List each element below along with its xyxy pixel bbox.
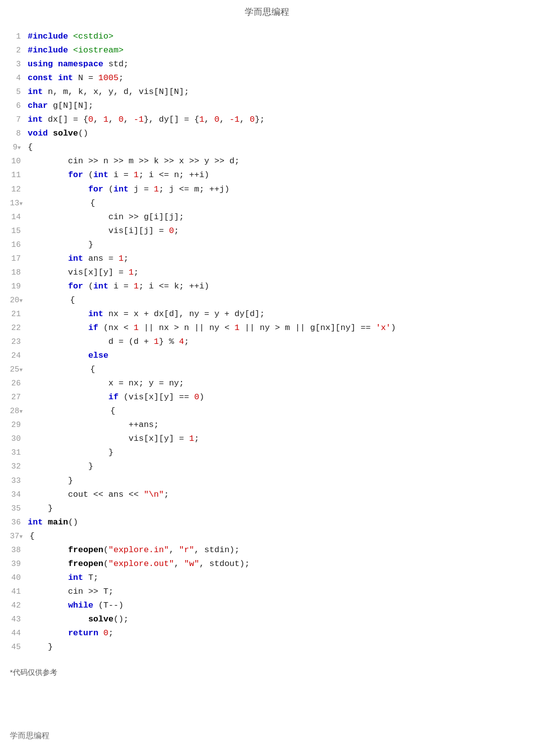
- line-content: vis[x][y] = 1;: [28, 266, 519, 280]
- line-content: #include <cstdio>: [28, 30, 519, 44]
- line-content: while (T--): [28, 599, 519, 613]
- line-content: #include <iostream>: [28, 44, 519, 57]
- line-content: {: [30, 196, 519, 210]
- code-line: 44 return 0;: [10, 626, 519, 640]
- code-line: 7int dx[] = {0, 1, 0, -1}, dy[] = {1, 0,…: [10, 113, 519, 127]
- line-content: char g[N][N];: [28, 99, 519, 113]
- line-number: 44: [10, 626, 28, 640]
- line-number: 18: [10, 266, 28, 279]
- line-content: for (int i = 1; i <= k; ++i): [28, 280, 519, 293]
- footer-note: *代码仅供参考: [0, 664, 534, 681]
- code-line: 12 for (int j = 1; j <= m; ++j): [10, 183, 519, 196]
- code-line: 4const int N = 1005;: [10, 71, 519, 85]
- line-number: 20▼: [10, 293, 30, 307]
- line-content: freopen("explore.out", "w", stdout);: [28, 557, 519, 571]
- line-content: cin >> n >> m >> k >> x >> y >> d;: [28, 154, 519, 168]
- code-line: 34 cout << ans << "\n";: [10, 488, 519, 502]
- line-content: }: [28, 238, 519, 252]
- line-content: if (nx < 1 || nx > n || ny < 1 || ny > m…: [28, 321, 519, 335]
- code-line: 32 }: [10, 460, 519, 473]
- line-content: cout << ans << "\n";: [28, 488, 519, 502]
- line-number: 1: [10, 30, 28, 43]
- code-line: 17 int ans = 1;: [10, 252, 519, 266]
- code-line: 19 for (int i = 1; i <= k; ++i): [10, 280, 519, 293]
- page-footer-brand: 学而思编程: [10, 731, 49, 741]
- code-line: 1#include <cstdio>: [10, 30, 519, 44]
- line-number: 12: [10, 183, 28, 196]
- line-content: {: [30, 293, 519, 307]
- code-line: 22 if (nx < 1 || nx > n || ny < 1 || ny …: [10, 321, 519, 335]
- line-content: int dx[] = {0, 1, 0, -1}, dy[] = {1, 0, …: [28, 113, 519, 127]
- code-line: 43 solve();: [10, 613, 519, 626]
- line-number: 24: [10, 349, 28, 362]
- code-line: 16 }: [10, 238, 519, 252]
- line-number: 13▼: [10, 196, 30, 210]
- line-content: }: [28, 460, 519, 473]
- code-line: 20▼ {: [10, 293, 519, 307]
- code-line: 5int n, m, k, x, y, d, vis[N][N];: [10, 85, 519, 99]
- line-content: if (vis[x][y] == 0): [28, 390, 519, 404]
- code-line: 36int main(): [10, 516, 519, 529]
- line-number: 7: [10, 113, 28, 126]
- code-line: 39 freopen("explore.out", "w", stdout);: [10, 557, 519, 571]
- line-number: 21: [10, 307, 28, 321]
- line-number: 15: [10, 224, 28, 237]
- line-content: for (int j = 1; j <= m; ++j): [28, 183, 519, 196]
- code-line: 45 }: [10, 640, 519, 654]
- code-line: 2#include <iostream>: [10, 44, 519, 57]
- code-line: 40 int T;: [10, 571, 519, 585]
- line-number: 39: [10, 557, 28, 570]
- line-content: int T;: [28, 571, 519, 585]
- code-line: 33 }: [10, 474, 519, 488]
- line-content: vis[i][j] = 0;: [28, 224, 519, 238]
- line-content: for (int i = 1; i <= n; ++i): [28, 168, 519, 182]
- line-content: {: [28, 141, 519, 154]
- code-block: 1#include <cstdio>2#include <iostream>3u…: [10, 30, 519, 654]
- line-content: void solve(): [28, 127, 519, 141]
- line-number: 29: [10, 418, 28, 431]
- line-number: 8: [10, 127, 28, 140]
- code-line: 10 cin >> n >> m >> k >> x >> y >> d;: [10, 154, 519, 168]
- line-number: 27: [10, 390, 28, 404]
- line-number: 4: [10, 71, 28, 85]
- line-number: 33: [10, 474, 28, 487]
- line-number: 31: [10, 446, 28, 459]
- line-content: }: [28, 474, 519, 488]
- code-line: 21 int nx = x + dx[d], ny = y + dy[d];: [10, 307, 519, 321]
- line-number: 2: [10, 44, 28, 57]
- line-content: }: [28, 446, 519, 460]
- code-line: 35 }: [10, 502, 519, 516]
- code-line: 37▼{: [10, 529, 519, 543]
- line-content: freopen("explore.in", "r", stdin);: [28, 543, 519, 557]
- line-content: else: [28, 349, 519, 363]
- line-number: 37▼: [10, 529, 30, 543]
- line-content: solve();: [28, 613, 519, 626]
- line-number: 22: [10, 321, 28, 334]
- line-number: 11: [10, 168, 28, 182]
- line-content: int nx = x + dx[d], ny = y + dy[d];: [28, 307, 519, 321]
- line-content: x = nx; y = ny;: [28, 377, 519, 390]
- code-line: 26 x = nx; y = ny;: [10, 377, 519, 390]
- line-number: 23: [10, 335, 28, 348]
- code-line: 11 for (int i = 1; i <= n; ++i): [10, 168, 519, 182]
- code-line: 38 freopen("explore.in", "r", stdin);: [10, 543, 519, 557]
- line-content: int main(): [28, 516, 519, 529]
- code-line: 15 vis[i][j] = 0;: [10, 224, 519, 238]
- line-number: 3: [10, 57, 28, 71]
- line-content: int n, m, k, x, y, d, vis[N][N];: [28, 85, 519, 99]
- code-line: 27 if (vis[x][y] == 0): [10, 390, 519, 404]
- code-container: 学而思编程 学而思编程 学而思编程 学而思编程 学而思编程 1#include …: [0, 22, 534, 664]
- line-number: 17: [10, 252, 28, 265]
- code-line: 23 d = (d + 1} % 4;: [10, 335, 519, 349]
- code-line: 41 cin >> T;: [10, 585, 519, 599]
- line-number: 42: [10, 599, 28, 612]
- code-line: 29 ++ans;: [10, 418, 519, 432]
- line-content: cin >> g[i][j];: [28, 210, 519, 224]
- code-line: 30 vis[x][y] = 1;: [10, 432, 519, 446]
- line-content: ++ans;: [28, 418, 519, 432]
- line-number: 32: [10, 460, 28, 473]
- code-line: 13▼ {: [10, 196, 519, 210]
- line-number: 16: [10, 238, 28, 251]
- line-number: 36: [10, 516, 28, 529]
- line-content: vis[x][y] = 1;: [28, 432, 519, 446]
